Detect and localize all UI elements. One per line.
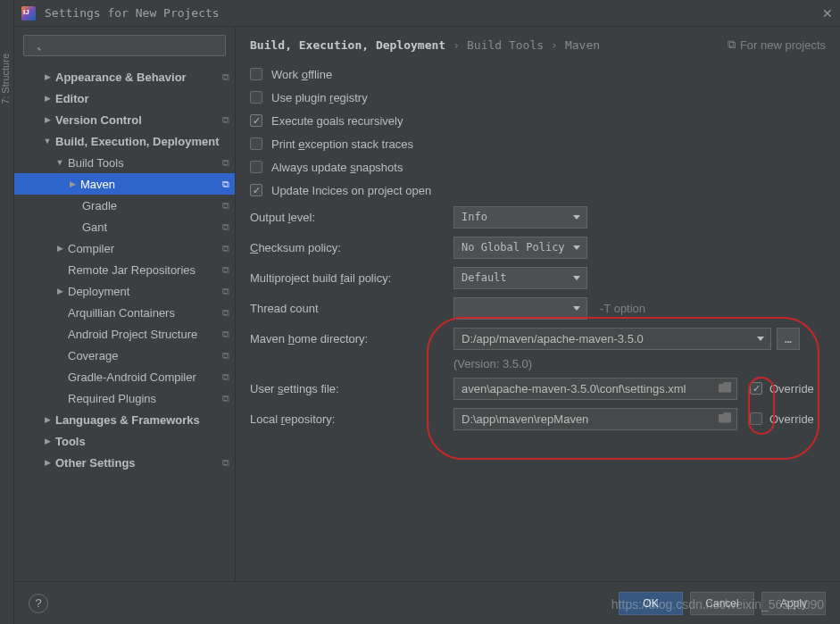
tree-tools[interactable]: ▶Tools bbox=[14, 430, 235, 452]
sidebar: ▶Appearance & Behavior⧉ ▶Editor ▶Version… bbox=[14, 27, 236, 581]
thread-hint: -T option bbox=[600, 302, 645, 315]
scope-icon: ⧉ bbox=[222, 371, 229, 383]
user-settings-override-checkbox[interactable] bbox=[750, 382, 762, 395]
scope-icon: ⧉ bbox=[222, 393, 229, 404]
local-repo-override-checkbox[interactable] bbox=[750, 412, 762, 425]
for-new-projects: ⧉For new projects bbox=[728, 37, 826, 52]
update-indices-checkbox[interactable] bbox=[250, 184, 262, 196]
user-settings-label: User settings file: bbox=[250, 382, 453, 395]
window-title: Settings for New Projects bbox=[45, 6, 822, 20]
local-repo-label: Local repository: bbox=[250, 412, 453, 426]
settings-window: Settings for New Projects ✕ ▶Appearance … bbox=[14, 0, 840, 624]
scope-icon: ⧉ bbox=[222, 264, 229, 276]
user-settings-override-label: Override bbox=[769, 382, 814, 395]
crumb-bt[interactable]: Build Tools bbox=[467, 38, 544, 52]
plugin-registry-checkbox[interactable] bbox=[250, 91, 262, 104]
tree-android-struct[interactable]: Android Project Structure⧉ bbox=[14, 323, 235, 345]
tree-gradle[interactable]: Gradle⧉ bbox=[14, 195, 235, 216]
search-icon bbox=[23, 35, 226, 56]
multifail-dropdown[interactable]: Default bbox=[453, 267, 587, 289]
cancel-button[interactable]: Cancel bbox=[690, 592, 754, 615]
tree-gradle-android[interactable]: Gradle-Android Compiler⧉ bbox=[14, 366, 235, 387]
update-indices-label: Update Incices on project open bbox=[271, 184, 431, 197]
maven-home-label: Maven home directory: bbox=[250, 332, 453, 345]
settings-tree: ▶Appearance & Behavior⧉ ▶Editor ▶Version… bbox=[14, 64, 235, 581]
local-repo-input[interactable]: D:\app\maven\repMaven bbox=[453, 408, 737, 430]
scope-icon: ⧉ bbox=[222, 350, 229, 362]
tree-editor[interactable]: ▶Editor bbox=[14, 87, 235, 109]
checksum-label: Checksum policy: bbox=[250, 241, 453, 254]
thread-input[interactable] bbox=[453, 297, 587, 320]
tree-remote-jar[interactable]: Remote Jar Repositories⧉ bbox=[14, 259, 235, 280]
maven-home-combo[interactable]: D:/app/maven/apache-maven-3.5.0 bbox=[453, 328, 771, 350]
help-button[interactable]: ? bbox=[29, 594, 48, 613]
output-level-dropdown[interactable]: Info bbox=[453, 206, 587, 229]
scope-icon: ⧉ bbox=[222, 457, 229, 469]
work-offline-checkbox[interactable] bbox=[250, 68, 262, 80]
breadcrumb: Build, Execution, Deployment › Build Too… bbox=[236, 27, 840, 57]
tree-coverage[interactable]: Coverage⧉ bbox=[14, 345, 235, 366]
user-settings-input[interactable]: aven\apache-maven-3.5.0\conf\settings.xm… bbox=[453, 378, 737, 400]
print-exc-checkbox[interactable] bbox=[250, 137, 262, 150]
tool-tab-label: 7: Structure bbox=[0, 54, 14, 104]
tree-required-plugins[interactable]: Required Plugins⧉ bbox=[14, 387, 235, 409]
scope-icon: ⧉ bbox=[222, 243, 229, 254]
exec-goals-label: Execute goals recursively bbox=[271, 114, 403, 128]
folder-icon bbox=[719, 412, 731, 423]
scope-icon: ⧉ bbox=[222, 329, 229, 340]
scope-icon: ⧉ bbox=[222, 179, 229, 190]
ok-button[interactable]: OK bbox=[619, 592, 683, 615]
tree-build-tools[interactable]: ▼Build Tools⧉ bbox=[14, 152, 235, 173]
work-offline-label: Work offline bbox=[271, 68, 332, 81]
tree-build-exec-deploy[interactable]: ▼Build, Execution, Deployment bbox=[14, 130, 235, 152]
print-exc-label: Print exception stack traces bbox=[271, 137, 413, 151]
maven-home-browse-button[interactable]: … bbox=[777, 328, 800, 350]
tree-appearance-behavior[interactable]: ▶Appearance & Behavior⧉ bbox=[14, 66, 235, 87]
tree-gant[interactable]: Gant⧉ bbox=[14, 216, 235, 237]
settings-panel: Build, Execution, Deployment › Build Too… bbox=[236, 27, 840, 581]
close-icon[interactable]: ✕ bbox=[822, 6, 833, 21]
search-input[interactable] bbox=[23, 35, 226, 56]
scope-icon: ⧉ bbox=[222, 221, 229, 233]
scope-icon: ⧉ bbox=[728, 37, 736, 52]
always-update-label: Always update snapshots bbox=[271, 161, 403, 174]
tree-compiler[interactable]: ▶Compiler⧉ bbox=[14, 237, 235, 259]
crumb-maven[interactable]: Maven bbox=[565, 38, 600, 52]
scope-icon: ⧉ bbox=[222, 71, 229, 83]
tree-arquillian[interactable]: Arquillian Containers⧉ bbox=[14, 302, 235, 323]
output-level-label: Output level: bbox=[250, 211, 453, 224]
tree-version-control[interactable]: ▶Version Control⧉ bbox=[14, 109, 235, 130]
apply-button[interactable]: Apply bbox=[761, 592, 826, 615]
thread-label: Thread count bbox=[250, 302, 453, 315]
title-bar: Settings for New Projects ✕ bbox=[14, 0, 840, 27]
maven-version: (Version: 3.5.0) bbox=[453, 357, 532, 370]
plugin-registry-label: Use plugin registry bbox=[271, 91, 368, 104]
button-bar: ? OK Cancel Apply bbox=[14, 581, 840, 624]
exec-goals-checkbox[interactable] bbox=[250, 114, 262, 127]
always-update-checkbox[interactable] bbox=[250, 161, 262, 173]
tree-other-settings[interactable]: ▶Other Settings⧉ bbox=[14, 452, 235, 473]
scope-icon: ⧉ bbox=[222, 200, 229, 212]
crumb-bed[interactable]: Build, Execution, Deployment bbox=[250, 38, 445, 52]
tree-maven[interactable]: ▶Maven⧉ bbox=[14, 173, 235, 195]
tree-deployment[interactable]: ▶Deployment⧉ bbox=[14, 280, 235, 302]
folder-icon bbox=[719, 382, 731, 393]
scope-icon: ⧉ bbox=[222, 114, 229, 126]
scope-icon: ⧉ bbox=[222, 157, 229, 169]
checksum-dropdown[interactable]: No Global Policy bbox=[453, 237, 587, 259]
scope-icon: ⧉ bbox=[222, 286, 229, 297]
tree-languages-frameworks[interactable]: ▶Languages & Frameworks bbox=[14, 409, 235, 430]
multifail-label: Multiproject build fail policy: bbox=[250, 271, 453, 285]
intellij-logo-icon bbox=[21, 6, 36, 21]
tool-window-tab[interactable]: 7: Structure bbox=[0, 0, 14, 624]
scope-icon: ⧉ bbox=[222, 307, 229, 319]
local-repo-override-label: Override bbox=[769, 412, 814, 426]
